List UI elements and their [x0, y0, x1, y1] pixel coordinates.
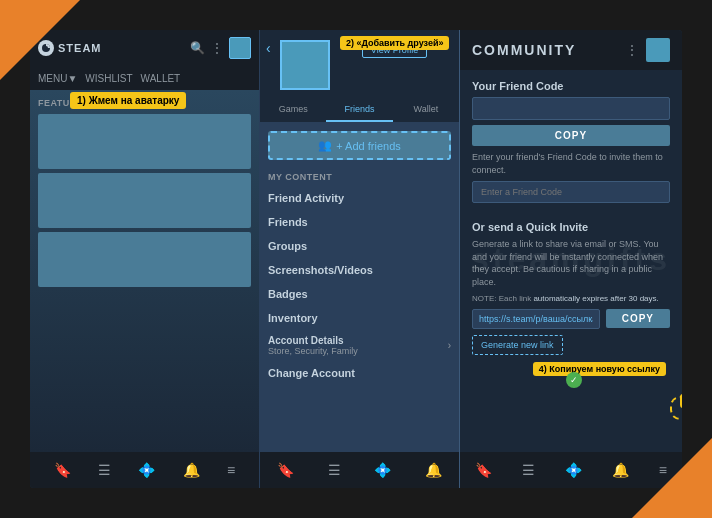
left-bottom-icon-2[interactable]: ☰	[98, 462, 111, 478]
profile-avatar[interactable]	[280, 40, 330, 90]
left-content-inner: FEATURED & RECOMMENDED	[30, 90, 259, 452]
friend-code-section: Your Friend Code COPY Enter your friend'…	[472, 80, 670, 211]
left-panel-steam: STEAM 🔍 ⋮ MENU▼ WISHLIST WALLET FEATURED…	[30, 30, 260, 488]
right-bottom-icon-3[interactable]: 💠	[565, 462, 582, 478]
steam-icon	[38, 40, 54, 56]
quick-invite-section: Or send a Quick Invite Generate a link t…	[472, 221, 670, 355]
menu-inventory[interactable]: Inventory	[260, 306, 459, 330]
right-content-area: Your Friend Code COPY Enter your friend'…	[460, 70, 682, 452]
back-arrow-icon[interactable]: ‹	[266, 40, 271, 56]
right-bottom-icon-1[interactable]: 🔖	[475, 462, 492, 478]
menu-items-list: Friend Activity Friends Groups Screensho…	[260, 186, 459, 385]
menu-change-account[interactable]: Change Account	[260, 361, 459, 385]
community-menu-icon[interactable]: ⋮	[626, 43, 638, 57]
featured-items-list	[38, 114, 251, 287]
community-header: COMMUNITY ⋮	[460, 30, 682, 70]
featured-item-3	[38, 232, 251, 287]
nav-wishlist[interactable]: WISHLIST	[85, 73, 132, 84]
middle-panel-profile: ‹ View Profile 2) «Добавить друзей» Game…	[260, 30, 460, 488]
account-details-sub: Store, Security, Family	[268, 346, 358, 356]
right-bottom-icon-2[interactable]: ☰	[522, 462, 535, 478]
mid-bottom-icon-4[interactable]: 🔔	[425, 462, 442, 478]
left-bottom-icon-4[interactable]: 🔔	[183, 462, 200, 478]
right-bottom-icon-4[interactable]: 🔔	[612, 462, 629, 478]
featured-item-1	[38, 114, 251, 169]
friend-code-title: Your Friend Code	[472, 80, 670, 92]
left-content-area: FEATURED & RECOMMENDED	[30, 90, 259, 452]
nav-bar: MENU▼ WISHLIST WALLET	[30, 66, 259, 90]
steam-label: STEAM	[58, 42, 102, 54]
middle-bottom-bar: 🔖 ☰ 💠 🔔	[260, 452, 459, 488]
menu-badges[interactable]: Badges	[260, 282, 459, 306]
mid-bottom-icon-1[interactable]: 🔖	[277, 462, 294, 478]
steam-logo: STEAM	[38, 40, 102, 56]
generate-new-link-button[interactable]: Generate new link	[472, 335, 563, 355]
avatar[interactable]	[229, 37, 251, 59]
profile-tabs: Games Friends Wallet	[260, 98, 459, 123]
copy-friend-code-button[interactable]: COPY	[472, 125, 670, 146]
left-bottom-icon-3[interactable]: 💠	[138, 462, 155, 478]
nav-menu[interactable]: MENU▼	[38, 73, 77, 84]
left-bottom-icon-1[interactable]: 🔖	[54, 462, 71, 478]
tooltip-1: 1) Жмем на аватарку	[70, 92, 186, 109]
invite-description: Enter your friend's Friend Code to invit…	[472, 151, 670, 176]
header-icons: 🔍 ⋮	[190, 37, 251, 59]
steam-header: STEAM 🔍 ⋮	[30, 30, 259, 66]
tooltip-generate-link: 3) Создаем новую ссылку	[680, 394, 682, 408]
quick-invite-title: Or send a Quick Invite	[472, 221, 670, 233]
community-header-right: ⋮	[626, 38, 670, 62]
menu-friends[interactable]: Friends	[260, 210, 459, 234]
menu-groups[interactable]: Groups	[260, 234, 459, 258]
search-icon[interactable]: 🔍	[190, 41, 205, 55]
chevron-right-icon: ›	[448, 340, 451, 351]
left-bottom-bar: 🔖 ☰ 💠 🔔 ≡	[30, 452, 259, 488]
menu-friend-activity[interactable]: Friend Activity	[260, 186, 459, 210]
checkmark-icon: ✓	[566, 372, 582, 388]
friend-code-input[interactable]	[472, 97, 670, 120]
tooltip-2: 2) «Добавить друзей»	[340, 36, 449, 50]
right-bottom-bar: 🔖 ☰ 💠 🔔 ≡	[460, 452, 682, 488]
right-bottom-icon-5[interactable]: ≡	[659, 462, 667, 478]
enter-code-input[interactable]	[472, 181, 670, 203]
right-panel-community: steamgifts COMMUNITY ⋮ Your Friend Code …	[460, 30, 682, 488]
community-title: COMMUNITY	[472, 42, 576, 58]
nav-wallet[interactable]: WALLET	[141, 73, 181, 84]
my-content-label: MY CONTENT	[260, 168, 459, 186]
quick-invite-desc: Generate a link to share via email or SM…	[472, 238, 670, 288]
mid-bottom-icon-2[interactable]: ☰	[328, 462, 341, 478]
menu-dots-icon[interactable]: ⋮	[211, 41, 223, 55]
main-container: STEAM 🔍 ⋮ MENU▼ WISHLIST WALLET FEATURED…	[30, 30, 682, 488]
mid-bottom-icon-3[interactable]: 💠	[374, 462, 391, 478]
account-details-label: Account Details	[268, 335, 358, 346]
tab-games[interactable]: Games	[260, 98, 326, 122]
add-friends-button[interactable]: 👥 + Add friends	[268, 131, 451, 160]
tooltip-copy-link: 4) Копируем новую ссылку	[533, 362, 666, 376]
tab-wallet[interactable]: Wallet	[393, 98, 459, 122]
community-avatar[interactable]	[646, 38, 670, 62]
note-text: NOTE: Each link automatically expires af…	[472, 294, 670, 304]
menu-account-details[interactable]: Account Details Store, Security, Family …	[260, 330, 459, 361]
tab-friends[interactable]: Friends	[326, 98, 392, 122]
copy-link-button[interactable]: COPY	[606, 309, 670, 328]
link-url-input[interactable]	[472, 309, 600, 329]
featured-item-2	[38, 173, 251, 228]
menu-screenshots[interactable]: Screenshots/Videos	[260, 258, 459, 282]
link-row: COPY	[472, 309, 670, 329]
add-friends-label: + Add friends	[336, 140, 401, 152]
add-friends-icon: 👥	[318, 139, 332, 152]
left-bottom-icon-5[interactable]: ≡	[227, 462, 235, 478]
